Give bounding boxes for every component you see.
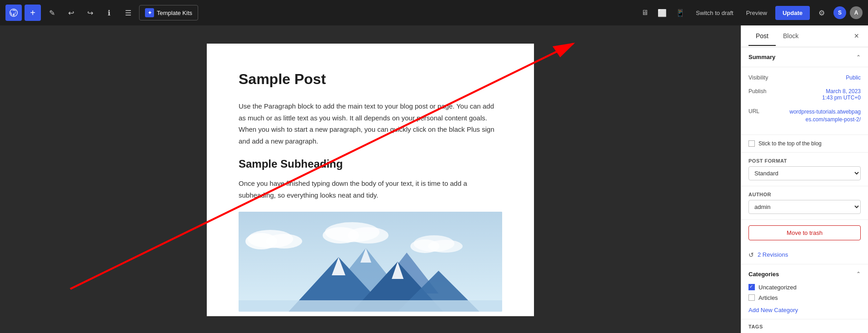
category-uncategorized-label: Uncategorized — [758, 284, 797, 291]
tags-section-label: Tags — [741, 319, 868, 332]
category-articles-item: Articles — [741, 293, 868, 303]
mobile-view-button[interactable]: 📱 — [673, 6, 688, 20]
categories-title: Categories — [748, 271, 779, 278]
editor-area: Sample Post Use the Paragraph block to a… — [0, 25, 741, 333]
tablet-view-button[interactable]: ⬜ — [655, 6, 669, 20]
publish-date: March 8, 2023 — [822, 88, 861, 94]
post-title: Sample Post — [239, 71, 502, 88]
publish-row: Publish March 8, 2023 1:43 pm UTC+0 — [748, 84, 861, 104]
categories-chevron-button[interactable]: ⌃ — [856, 271, 861, 277]
post-subheading: Sample Subheading — [239, 158, 502, 170]
list-view-button[interactable]: ☰ — [120, 5, 136, 21]
toolbar-left: + ✎ ↩ ↪ ℹ ☰ ✦ Template Kits — [5, 5, 635, 21]
gear-icon: ⚙ — [818, 9, 825, 17]
categories-header: Categories ⌃ — [741, 264, 868, 282]
post-content: Sample Post Use the Paragraph block to a… — [207, 44, 534, 316]
revisions-icon: ↺ — [748, 251, 754, 258]
category-articles-checkbox[interactable] — [748, 294, 755, 301]
post-paragraph-2: Once you have finished typing down the b… — [239, 178, 502, 201]
avatar-s-label: S — [838, 10, 842, 16]
avatar-a-label: A — [854, 10, 858, 16]
edit-button[interactable]: ✎ — [44, 5, 60, 21]
edit-icon: ✎ — [49, 9, 55, 17]
summary-title: Summary — [748, 54, 775, 60]
publish-value[interactable]: March 8, 2023 1:43 pm UTC+0 — [822, 88, 861, 101]
author-section: AUTHOR admin — [741, 186, 868, 220]
settings-button[interactable]: ⚙ — [813, 5, 830, 21]
summary-section-header: Summary ⌃ — [741, 47, 868, 67]
visibility-row: Visibility Public — [748, 71, 861, 84]
move-to-trash-button[interactable]: Move to trash — [748, 225, 861, 240]
tablet-icon: ⬜ — [658, 9, 667, 17]
post-paragraph-1: Use the Paragraph block to add the main … — [239, 100, 502, 147]
preview-button[interactable]: Preview — [742, 7, 772, 19]
svg-point-4 — [266, 234, 302, 249]
publish-time: 1:43 pm UTC+0 — [822, 94, 861, 101]
category-uncategorized-checkbox[interactable] — [748, 284, 755, 290]
svg-rect-19 — [239, 300, 502, 312]
post-format-section: POST FORMAT Standard Aside Gallery — [741, 153, 868, 186]
avatar-a-button[interactable]: A — [850, 6, 863, 19]
sidebar-header: Post Block × — [741, 25, 868, 47]
avatar-s-button[interactable]: S — [833, 6, 846, 19]
categories-section: Categories ⌃ Uncategorized Articles Add … — [741, 264, 868, 319]
stick-to-top-checkbox[interactable] — [748, 140, 755, 147]
url-label: URL — [748, 108, 780, 114]
add-block-button[interactable]: + — [25, 5, 41, 21]
url-value[interactable]: wordpress-tutorials.atwebpages.com/sampl… — [788, 108, 861, 124]
move-to-trash-label: Move to trash — [787, 229, 823, 236]
undo-icon: ↩ — [68, 9, 74, 17]
publish-label: Publish — [748, 88, 780, 94]
visibility-label: Visibility — [748, 75, 780, 81]
tab-block[interactable]: Block — [776, 27, 806, 46]
update-button[interactable]: Update — [775, 6, 810, 20]
wp-logo-button[interactable] — [5, 5, 22, 21]
template-kits-button[interactable]: ✦ Template Kits — [139, 5, 198, 20]
category-uncategorized-item: Uncategorized — [741, 282, 868, 293]
author-select[interactable]: admin — [748, 200, 861, 214]
svg-point-7 — [348, 227, 389, 244]
close-icon: × — [854, 31, 859, 40]
info-icon: ℹ — [108, 9, 110, 17]
add-icon: + — [30, 8, 35, 18]
post-format-label: POST FORMAT — [748, 158, 861, 164]
right-sidebar: Post Block × Summary ⌃ Visibility — [741, 25, 868, 333]
sidebar-body: Summary ⌃ Visibility Public Publish Marc… — [741, 47, 868, 333]
visibility-value[interactable]: Public — [846, 75, 861, 81]
toolbar: + ✎ ↩ ↪ ℹ ☰ ✦ Template Kits 🖥 ⬜ 📱 — [0, 0, 868, 25]
close-sidebar-button[interactable]: × — [852, 30, 861, 43]
mobile-icon: 📱 — [676, 9, 685, 17]
summary-chevron-button[interactable]: ⌃ — [856, 54, 861, 60]
stick-to-top-row: Stick to the top of the blog — [741, 135, 868, 153]
update-label: Update — [783, 10, 803, 16]
tab-post[interactable]: Post — [748, 27, 776, 46]
desktop-icon: 🖥 — [641, 9, 649, 16]
preview-label: Preview — [746, 10, 767, 16]
stick-to-top-label: Stick to the top of the blog — [758, 140, 822, 147]
revisions-row[interactable]: ↺ 2 Revisions — [741, 246, 868, 264]
toolbar-right: 🖥 ⬜ 📱 Switch to draft Preview Update ⚙ S… — [639, 5, 863, 21]
post-image — [239, 212, 502, 312]
categories-chevron-up-icon: ⌃ — [856, 271, 861, 277]
revisions-text: 2 Revisions — [758, 251, 788, 258]
undo-button[interactable]: ↩ — [63, 5, 79, 21]
list-icon: ☰ — [125, 9, 131, 17]
redo-button[interactable]: ↪ — [82, 5, 98, 21]
template-kits-icon: ✦ — [145, 8, 154, 17]
summary-grid: Visibility Public Publish March 8, 2023 … — [741, 67, 868, 135]
template-kits-label: Template Kits — [157, 10, 192, 16]
switch-draft-button[interactable]: Switch to draft — [691, 7, 738, 19]
svg-point-10 — [428, 240, 463, 253]
post-tab-label: Post — [756, 32, 768, 40]
url-row: URL wordpress-tutorials.atwebpages.com/s… — [748, 104, 861, 127]
chevron-up-icon: ⌃ — [856, 54, 861, 60]
desktop-view-button[interactable]: 🖥 — [639, 6, 651, 20]
add-new-category-link[interactable]: Add New Category — [741, 303, 868, 319]
switch-draft-label: Switch to draft — [696, 10, 733, 16]
info-button[interactable]: ℹ — [101, 5, 117, 21]
category-articles-label: Articles — [758, 294, 778, 301]
sidebar-tabs: Post Block — [748, 27, 806, 46]
block-tab-label: Block — [783, 32, 798, 40]
redo-icon: ↪ — [87, 9, 93, 17]
post-format-select[interactable]: Standard Aside Gallery — [748, 166, 861, 180]
